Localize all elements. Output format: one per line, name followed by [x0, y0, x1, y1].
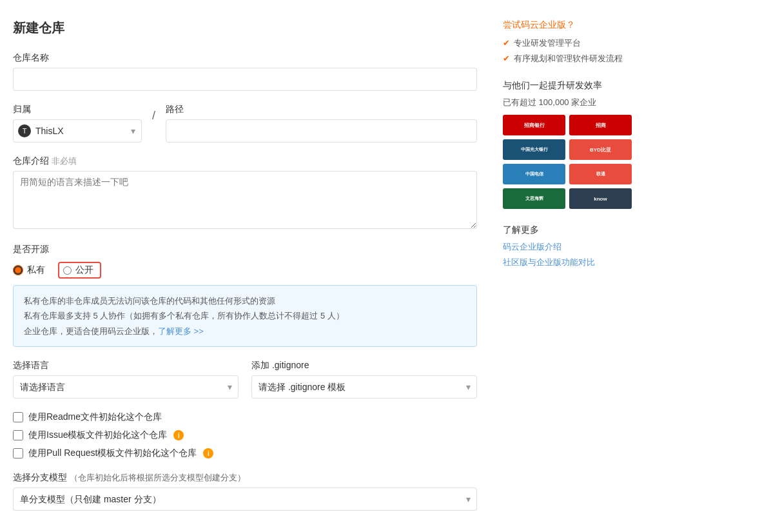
checkboxes-group: 使用Readme文件初始化这个仓库 使用Issue模板文件初始化这个仓库 i 使…	[13, 411, 477, 459]
branch-model-select-wrapper: 单分支模型（只创建 master 分支） ▾	[13, 488, 477, 511]
info-line2: 私有仓库最多支持 5 人协作（如拥有多个私有仓库，所有协作人数总计不得超过 5 …	[24, 308, 466, 323]
path-input[interactable]	[166, 119, 477, 143]
radio-public-label[interactable]: 公开	[75, 264, 93, 276]
checkbox-issue-group: 使用Issue模板文件初始化这个仓库 i	[13, 429, 477, 441]
radio-public-wrapper[interactable]: 公开	[58, 262, 101, 279]
lang-select[interactable]: 请选择语言	[13, 375, 239, 399]
enterprise-prompt-section: 尝试码云企业版？ ✔ 专业研发管理平台 ✔ 有序规划和管理软件研发流程	[503, 19, 632, 64]
lang-label: 选择语言	[13, 360, 239, 371]
owner-path-inline: 归属 T ThisLX ▾ / 路径	[13, 104, 477, 143]
page-title: 新建仓库	[13, 19, 477, 37]
repo-name-input[interactable]	[13, 68, 477, 91]
checkbox-readme-label[interactable]: 使用Readme文件初始化这个仓库	[28, 411, 162, 423]
intro-group: 仓库介绍 非必填	[13, 155, 477, 231]
checkbox-pr-group: 使用Pull Request模板文件初始化这个仓库 i	[13, 448, 477, 459]
radio-public[interactable]	[63, 266, 72, 275]
checkbox-issue[interactable]	[13, 430, 23, 440]
together-title: 与他们一起提升研发效率	[503, 80, 632, 92]
logo-pactera: 文思海辉	[503, 188, 565, 209]
radio-group: 私有 公开	[13, 262, 477, 279]
sidebar: 尝试码云企业版？ ✔ 专业研发管理平台 ✔ 有序规划和管理软件研发流程 与他们一…	[503, 19, 632, 524]
logo-bank: 中国光大银行	[503, 139, 565, 160]
repo-name-group: 仓库名称	[13, 52, 477, 91]
owner-path-group: 归属 T ThisLX ▾ / 路径	[13, 104, 477, 143]
info-line3: 企业仓库，更适合使用码云企业版，了解更多 >>	[24, 324, 466, 339]
branch-model-group: 选择分支模型 （仓库初始化后将根据所选分支模型创建分支） 单分支模型（只创建 m…	[13, 472, 477, 511]
pr-info-icon[interactable]: i	[203, 448, 213, 458]
checkbox-issue-label[interactable]: 使用Issue模板文件初始化这个仓库	[28, 429, 167, 441]
logo-cu: 联通	[569, 164, 632, 184]
branch-model-label: 选择分支模型 （仓库初始化后将根据所选分支模型创建分支）	[13, 472, 477, 484]
check-icon-2: ✔	[503, 54, 510, 63]
radio-private-label[interactable]: 私有	[27, 264, 45, 276]
more-title: 了解更多	[503, 224, 632, 236]
gitignore-label: 添加 .gitignore	[251, 360, 477, 371]
logo-zs2: 招商	[569, 115, 632, 135]
enterprise-prompt-title: 尝试码云企业版？	[503, 19, 632, 31]
lang-select-wrapper: 请选择语言 ▾	[13, 375, 239, 399]
owner-select[interactable]: ThisLX	[13, 119, 142, 143]
info-learn-more-link[interactable]: 了解更多 >>	[158, 326, 204, 336]
feature2: ✔ 有序规划和管理软件研发流程	[503, 53, 632, 64]
more-section: 了解更多 码云企业版介绍 社区版与企业版功能对比	[503, 224, 632, 268]
owner-field: 归属 T ThisLX ▾	[13, 104, 142, 143]
owner-label: 归属	[13, 104, 142, 115]
lang-gitignore-group: 选择语言 请选择语言 ▾ 添加 .gitignore 请选择 .gitignor…	[13, 360, 477, 399]
link-compare[interactable]: 社区版与企业版功能对比	[503, 257, 632, 268]
gitignore-select-wrapper: 请选择 .gitignore 模板 ▾	[251, 375, 477, 399]
link-enterprise-intro[interactable]: 码云企业版介绍	[503, 241, 632, 253]
open-source-label: 是否开源	[13, 244, 477, 255]
feature1: ✔ 专业研发管理平台	[503, 37, 632, 49]
path-field: 路径	[166, 104, 477, 143]
gitignore-col: 添加 .gitignore 请选择 .gitignore 模板 ▾	[251, 360, 477, 399]
company-logos: 招商银行 招商 中国光大银行 BYD比亚 中国电信 联通 文思海辉 know	[503, 115, 632, 209]
issue-info-icon[interactable]: i	[173, 430, 184, 440]
checkbox-pr[interactable]	[13, 448, 23, 458]
branch-model-select[interactable]: 单分支模型（只创建 master 分支）	[13, 488, 477, 511]
checkbox-readme[interactable]	[13, 412, 23, 422]
intro-label: 仓库介绍 非必填	[13, 155, 477, 167]
checkbox-readme-group: 使用Readme文件初始化这个仓库	[13, 411, 477, 423]
page-container: 新建仓库 仓库名称 归属 T ThisLX ▾ /	[0, 0, 771, 532]
company-count: 已有超过 100,000 家企业	[503, 97, 632, 108]
logo-zsyh: 招商银行	[503, 115, 565, 135]
info-line1: 私有仓库的非仓库成员无法访问该仓库的代码和其他任何形式的资源	[24, 293, 466, 308]
radio-private-item[interactable]: 私有	[13, 262, 45, 279]
open-source-info-box: 私有仓库的非仓库成员无法访问该仓库的代码和其他任何形式的资源 私有仓库最多支持 …	[13, 285, 477, 347]
together-section: 与他们一起提升研发效率 已有超过 100,000 家企业 招商银行 招商 中国光…	[503, 80, 632, 209]
path-label: 路径	[166, 104, 477, 115]
lang-gitignore-cols: 选择语言 请选择语言 ▾ 添加 .gitignore 请选择 .gitignor…	[13, 360, 477, 399]
checkbox-pr-label[interactable]: 使用Pull Request模板文件初始化这个仓库	[28, 448, 197, 459]
repo-name-label: 仓库名称	[13, 52, 477, 64]
logo-know: know	[569, 188, 632, 209]
intro-textarea[interactable]	[13, 171, 477, 229]
radio-private[interactable]	[13, 265, 23, 275]
gitignore-select[interactable]: 请选择 .gitignore 模板	[251, 375, 477, 399]
owner-select-wrapper: T ThisLX ▾	[13, 119, 142, 143]
check-icon-1: ✔	[503, 38, 510, 48]
logo-ct: 中国电信	[503, 164, 565, 184]
lang-col: 选择语言 请选择语言 ▾	[13, 360, 239, 399]
slash-divider: /	[152, 104, 155, 123]
logo-byd: BYD比亚	[569, 139, 632, 160]
open-source-group: 是否开源 私有 公开 私有仓库的非仓库成员无法访问该仓库的代码和其他任何形式的资…	[13, 244, 477, 347]
main-content: 新建仓库 仓库名称 归属 T ThisLX ▾ /	[13, 19, 503, 524]
